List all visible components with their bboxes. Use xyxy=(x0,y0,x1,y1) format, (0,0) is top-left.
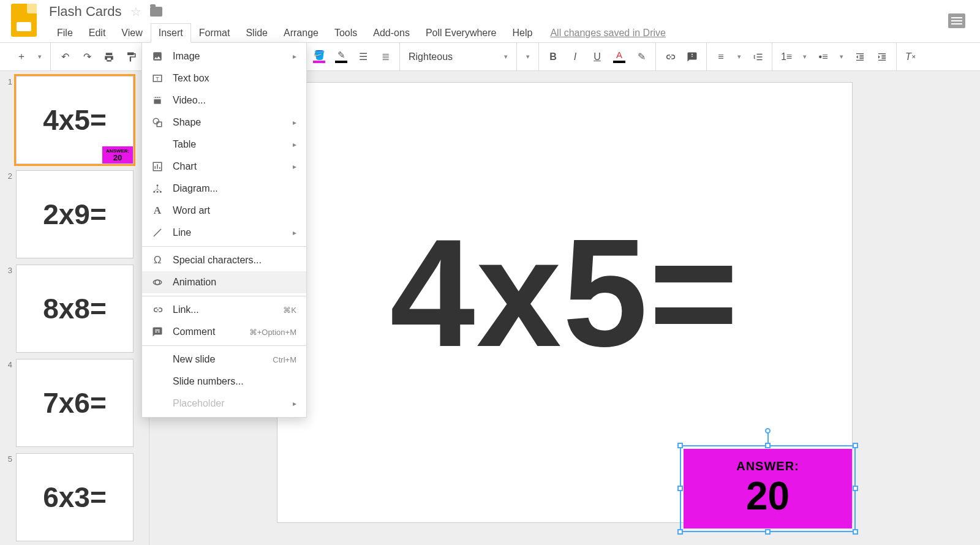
menu-item-label: Shape xyxy=(173,117,201,128)
slide-thumbnail[interactable]: 7x6= xyxy=(16,359,134,447)
new-slide-menu[interactable]: ▾ xyxy=(36,49,44,65)
italic-button[interactable]: I xyxy=(567,49,583,65)
title-area: Flash Cards ☆ File Edit View Insert Form… xyxy=(49,4,666,43)
menu-format[interactable]: Format xyxy=(191,23,238,43)
new-slide-button[interactable]: ＋ xyxy=(13,49,29,65)
svg-text:T: T xyxy=(156,76,159,82)
bulleted-list-menu[interactable]: ▾ xyxy=(837,49,846,65)
highlight-button[interactable]: ✎ xyxy=(633,49,649,65)
insert-comment[interactable]: Comment⌘+Option+M xyxy=(142,321,306,343)
thumb-row-4[interactable]: 4 7x6= xyxy=(4,359,145,447)
menu-help[interactable]: Help xyxy=(505,23,541,43)
resize-handle[interactable] xyxy=(677,529,683,535)
slides-logo xyxy=(11,4,37,37)
menu-item-label: New slide xyxy=(173,354,215,365)
thumb-number: 3 xyxy=(4,265,12,353)
thumb-row-5[interactable]: 5 6x3= xyxy=(4,453,145,541)
line-icon xyxy=(151,227,164,239)
bulleted-list-button[interactable]: •≡ xyxy=(815,49,831,65)
underline-button[interactable]: U xyxy=(589,49,605,65)
rotation-handle[interactable] xyxy=(765,428,771,434)
slide-thumbnail[interactable]: 2x9= xyxy=(16,170,134,258)
menu-file[interactable]: File xyxy=(49,23,81,43)
thumb-row-1[interactable]: 1 4x5= ANSWER: 20 xyxy=(4,76,145,164)
menu-shortcut: Ctrl+M xyxy=(273,355,296,364)
resize-handle[interactable] xyxy=(765,529,771,535)
insert-word-art[interactable]: AWord art xyxy=(142,200,306,222)
menu-item-label: Placeholder xyxy=(173,398,225,409)
insert-new-slide[interactable]: New slideCtrl+M xyxy=(142,348,306,370)
star-icon[interactable]: ☆ xyxy=(130,4,141,19)
numbered-list-button[interactable]: 1≡ xyxy=(778,49,794,65)
undo-button[interactable]: ↶ xyxy=(57,49,73,65)
save-status[interactable]: All changes saved in Drive xyxy=(550,28,666,39)
submenu-arrow-icon: ▸ xyxy=(293,52,296,61)
resize-handle[interactable] xyxy=(853,443,858,448)
comments-icon[interactable] xyxy=(948,13,965,28)
document-title[interactable]: Flash Cards xyxy=(49,4,122,20)
insert-line[interactable]: Line▸ xyxy=(142,222,306,244)
slide-thumbnail[interactable]: 6x3= xyxy=(16,453,134,541)
insert-link-button[interactable] xyxy=(662,49,678,65)
insert-image[interactable]: Image▸ xyxy=(142,45,306,67)
resize-handle[interactable] xyxy=(853,486,858,491)
text-color-button[interactable]: A xyxy=(611,49,627,65)
bold-button[interactable]: B xyxy=(545,49,561,65)
menu-view[interactable]: View xyxy=(113,23,150,43)
print-button[interactable] xyxy=(101,49,117,65)
thumb-row-2[interactable]: 2 2x9= xyxy=(4,170,145,258)
line-spacing-button[interactable] xyxy=(750,49,766,65)
selection-outline[interactable] xyxy=(680,445,856,532)
align-menu[interactable]: ▾ xyxy=(735,49,744,65)
insert-chart[interactable]: Chart▸ xyxy=(142,156,306,178)
align-button[interactable]: ≡ xyxy=(713,49,729,65)
menu-item-label: Word art xyxy=(173,205,210,216)
insert-video[interactable]: Video... xyxy=(142,89,306,111)
insert-shape[interactable]: Shape▸ xyxy=(142,111,306,133)
slide-equation-text[interactable]: 4x5= xyxy=(277,205,852,381)
menu-insert[interactable]: Insert xyxy=(151,23,191,43)
slide-thumbnail[interactable]: 4x5= ANSWER: 20 xyxy=(16,76,134,164)
resize-handle[interactable] xyxy=(853,529,858,535)
thumb-answer-box: ANSWER: 20 xyxy=(102,146,133,164)
menu-slide[interactable]: Slide xyxy=(238,23,276,43)
fill-color-button[interactable]: 🪣 xyxy=(311,49,327,65)
insert-special-characters[interactable]: ΩSpecial characters... xyxy=(142,249,306,271)
menu-item-label: Comment xyxy=(173,326,215,337)
border-weight-button[interactable]: ☰ xyxy=(355,49,371,65)
menu-separator xyxy=(142,246,306,247)
font-family-select[interactable]: Righteous ▾ xyxy=(406,51,510,62)
slide-canvas[interactable]: 4x5= ANSWER: 20 xyxy=(277,82,853,523)
thumb-row-3[interactable]: 3 8x8= xyxy=(4,265,145,353)
slide-thumbnail[interactable]: 8x8= xyxy=(16,265,134,353)
border-color-button[interactable]: ✎ xyxy=(333,49,349,65)
decrease-indent-button[interactable] xyxy=(852,49,868,65)
insert-slide-numbers[interactable]: Slide numbers... xyxy=(142,370,306,393)
blank-icon xyxy=(151,138,164,151)
clear-formatting-button[interactable]: T✕ xyxy=(903,49,919,65)
menu-edit[interactable]: Edit xyxy=(81,23,114,43)
font-size-chevron[interactable]: ▾ xyxy=(524,49,532,65)
resize-handle[interactable] xyxy=(677,443,683,448)
numbered-list-menu[interactable]: ▾ xyxy=(801,49,809,65)
insert-animation[interactable]: Animation xyxy=(142,271,306,293)
menu-arrange[interactable]: Arrange xyxy=(276,23,326,43)
menu-poll-everywhere[interactable]: Poll Everywhere xyxy=(418,23,505,43)
resize-handle[interactable] xyxy=(765,443,771,448)
border-dash-button[interactable]: ≣ xyxy=(377,49,393,65)
resize-handle[interactable] xyxy=(677,486,683,491)
submenu-arrow-icon: ▸ xyxy=(293,140,296,149)
thumb-equation: 4x5= xyxy=(43,103,107,137)
insert-comment-button[interactable] xyxy=(684,49,700,65)
menu-tools[interactable]: Tools xyxy=(326,23,365,43)
paint-format-button[interactable] xyxy=(123,49,139,65)
insert-diagram[interactable]: Diagram... xyxy=(142,178,306,200)
increase-indent-button[interactable] xyxy=(874,49,890,65)
menu-addons[interactable]: Add-ons xyxy=(365,23,418,43)
insert-text-box[interactable]: TText box xyxy=(142,67,306,89)
insert-table[interactable]: Table▸ xyxy=(142,133,306,156)
insert-link[interactable]: Link...⌘K xyxy=(142,299,306,321)
redo-button[interactable]: ↷ xyxy=(79,49,95,65)
slide-filmstrip[interactable]: 1 4x5= ANSWER: 20 2 2x9= 3 8x8= 4 7x6= 5… xyxy=(0,71,149,545)
folder-icon[interactable] xyxy=(150,7,162,17)
